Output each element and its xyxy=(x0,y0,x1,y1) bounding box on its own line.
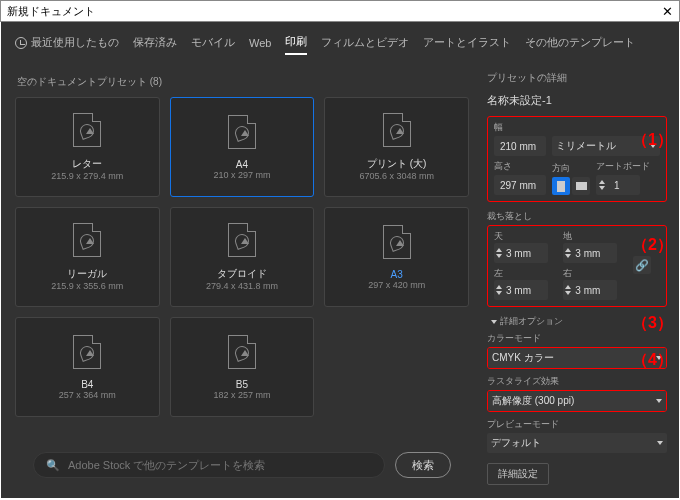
category-tabs: 最近使用したもの 保存済み モバイル Web 印刷 フィルムとビデオ アートとイ… xyxy=(1,22,679,63)
preset-b4[interactable]: B4257 x 364 mm xyxy=(15,317,160,417)
chevron-down-icon xyxy=(491,320,497,324)
chevron-down-icon xyxy=(657,441,663,445)
orientation-portrait[interactable] xyxy=(552,177,570,195)
new-document-dialog: 新規ドキュメント ✕ 最近使用したもの 保存済み モバイル Web 印刷 フィル… xyxy=(0,0,680,500)
bleed-top[interactable]: 3 mm xyxy=(494,243,548,263)
preset-name-field[interactable]: 名称未設定-1 xyxy=(487,93,667,108)
orientation-landscape[interactable] xyxy=(572,177,590,195)
tab-web[interactable]: Web xyxy=(249,33,271,53)
tab-print[interactable]: 印刷 xyxy=(285,30,307,55)
preset-legal[interactable]: リーガル215.9 x 355.6 mm xyxy=(15,207,160,307)
callout-4: （4） xyxy=(632,350,673,371)
presets-heading: 空のドキュメントプリセット (8) xyxy=(17,75,469,89)
chevron-down-icon xyxy=(656,399,662,403)
link-bleed-icon[interactable]: 🔗 xyxy=(633,256,651,274)
tab-saved[interactable]: 保存済み xyxy=(133,31,177,54)
tab-other[interactable]: その他のテンプレート xyxy=(525,31,635,54)
bleed-bottom[interactable]: 3 mm xyxy=(563,243,617,263)
callout-2: （2） xyxy=(632,235,673,256)
width-input[interactable] xyxy=(494,136,546,156)
preview-select[interactable]: デフォルト xyxy=(487,433,667,453)
preset-letter[interactable]: レター215.9 x 279.4 mm xyxy=(15,97,160,197)
titlebar: 新規ドキュメント ✕ xyxy=(0,0,680,22)
tab-recent[interactable]: 最近使用したもの xyxy=(15,31,119,54)
search-icon: 🔍 xyxy=(46,459,60,472)
dimensions-group: 幅 ミリメートル 高さ 方向 アートボード xyxy=(487,116,667,202)
clock-icon xyxy=(15,37,27,49)
callout-3: （3） xyxy=(632,313,673,334)
preset-tabloid[interactable]: タブロイド279.4 x 431.8 mm xyxy=(170,207,315,307)
height-input[interactable] xyxy=(494,175,546,195)
preset-print-large[interactable]: プリント (大)6705.6 x 3048 mm xyxy=(324,97,469,197)
raster-select[interactable]: 高解像度 (300 ppi) xyxy=(488,391,666,411)
advanced-settings-button[interactable]: 詳細設定 xyxy=(487,463,549,485)
bleed-title: 裁ち落とし xyxy=(487,210,667,223)
search-button[interactable]: 検索 xyxy=(395,452,451,478)
tab-art[interactable]: アートとイラスト xyxy=(423,31,511,54)
tab-film[interactable]: フィルムとビデオ xyxy=(321,31,409,54)
close-icon[interactable]: ✕ xyxy=(662,4,673,19)
artboard-count[interactable]: 1 xyxy=(596,175,640,195)
stock-search-input[interactable]: 🔍 Adobe Stock で他のテンプレートを検索 xyxy=(33,452,385,478)
preset-b5[interactable]: B5182 x 257 mm xyxy=(170,317,315,417)
window-title: 新規ドキュメント xyxy=(7,4,95,19)
bleed-right[interactable]: 3 mm xyxy=(563,280,617,300)
tab-mobile[interactable]: モバイル xyxy=(191,31,235,54)
callout-1: （1） xyxy=(632,130,673,151)
detail-title: プリセットの詳細 xyxy=(487,71,667,85)
preset-a4[interactable]: A4210 x 297 mm xyxy=(170,97,315,197)
preset-a3[interactable]: A3297 x 420 mm xyxy=(324,207,469,307)
bleed-left[interactable]: 3 mm xyxy=(494,280,548,300)
